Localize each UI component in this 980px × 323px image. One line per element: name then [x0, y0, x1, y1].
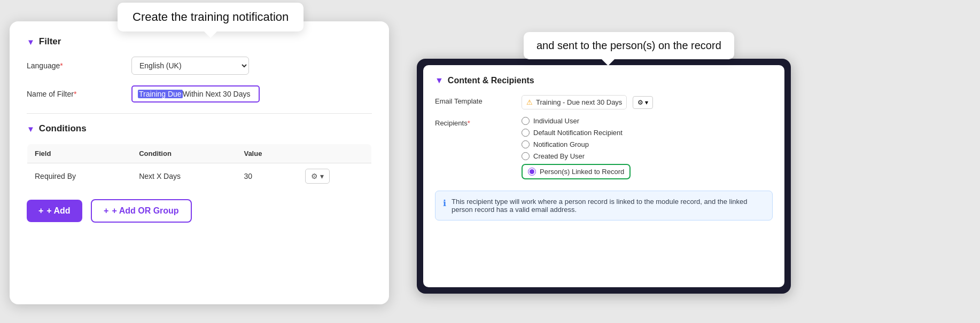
recipient-radio-group[interactable] [522, 140, 530, 148]
col-actions [298, 144, 371, 163]
cell-condition: Next X Days [131, 163, 236, 190]
filter-chevron-icon: ▼ [27, 37, 35, 46]
recipient-radio-created[interactable] [522, 152, 530, 160]
name-of-filter-label: Name of Filter* [27, 90, 123, 98]
gear-icon: ⚙ [311, 172, 318, 180]
email-template-label: Email Template [435, 95, 515, 105]
recipient-person-linked[interactable]: Person(s) Linked to Record [522, 164, 631, 179]
name-of-filter-row: Name of Filter* Training Due Within Next… [27, 85, 372, 103]
conditions-section-label: Conditions [39, 123, 87, 134]
info-icon: ℹ [443, 198, 446, 208]
recipient-created-by-user[interactable]: Created By User [522, 152, 631, 160]
recipient-default-notification[interactable]: Default Notification Recipient [522, 129, 631, 137]
divider [27, 113, 372, 114]
recipient-notification-group[interactable]: Notification Group [522, 140, 631, 148]
info-box-text: This recipient type will work where a pe… [452, 198, 765, 214]
tooltip-top-text: Create the training notification [133, 10, 289, 23]
right-card: ▼ Content & Recipients Email Template ⚠ … [417, 59, 791, 294]
action-buttons: + + Add + + Add OR Group [27, 199, 372, 223]
recipients-options: Individual User Default Notification Rec… [522, 117, 631, 183]
left-card: ▼ Filter Language* English (UK) Name of … [10, 21, 389, 304]
recipient-individual-user[interactable]: Individual User [522, 117, 631, 125]
filter-section-label: Filter [39, 36, 61, 47]
add-or-group-button[interactable]: + + Add OR Group [91, 199, 192, 223]
filter-section-header: ▼ Filter [27, 36, 372, 47]
warning-icon: ⚠ [526, 98, 533, 106]
filter-name-highlighted-text: Training Due [138, 90, 183, 98]
template-chevron-icon: ▾ [645, 99, 648, 106]
content-section-label: Content & Recipients [448, 76, 534, 85]
right-card-inner: ▼ Content & Recipients Email Template ⚠ … [423, 65, 784, 287]
col-condition: Condition [131, 144, 236, 163]
add-or-group-label: + Add OR Group [112, 206, 178, 216]
language-row: Language* English (UK) [27, 57, 372, 75]
recipients-label: Recipients* [435, 117, 515, 127]
language-label: Language* [27, 61, 123, 70]
conditions-table: Field Condition Value Required By Next X… [27, 144, 372, 190]
email-template-controls: ⚠ Training - Due next 30 Days ⚙ ▾ [522, 95, 653, 109]
info-box: ℹ This recipient type will work where a … [435, 191, 773, 220]
email-template-value-text: Training - Due next 30 Days [536, 98, 622, 106]
add-button[interactable]: + + Add [27, 200, 82, 222]
cell-field: Required By [27, 163, 132, 190]
conditions-chevron-icon: ▼ [27, 124, 35, 133]
cell-value: 30 [236, 163, 298, 190]
template-gear-icon: ⚙ [637, 99, 643, 106]
tooltip-create-notification: Create the training notification [118, 3, 304, 31]
content-recipients-header: ▼ Content & Recipients [435, 76, 773, 85]
recipient-radio-person-linked[interactable] [528, 168, 536, 176]
recipient-radio-default[interactable] [522, 129, 530, 137]
table-row: Required By Next X Days 30 ⚙ ▾ [27, 163, 372, 190]
add-icon: + [38, 206, 43, 216]
language-select[interactable]: English (UK) [131, 57, 249, 75]
col-field: Field [27, 144, 132, 163]
content-chevron-icon: ▼ [435, 76, 444, 85]
row-settings-button[interactable]: ⚙ ▾ [305, 169, 330, 184]
col-value: Value [236, 144, 298, 163]
recipient-person-linked-label: Person(s) Linked to Record [540, 168, 624, 176]
template-settings-button[interactable]: ⚙ ▾ [633, 96, 653, 109]
add-or-group-icon: + [104, 206, 108, 216]
recipient-group-label: Notification Group [533, 140, 589, 148]
recipient-default-label: Default Notification Recipient [533, 129, 623, 137]
chevron-down-icon: ▾ [320, 172, 324, 180]
filter-name-rest-text: Within Next 30 Days [183, 90, 251, 98]
conditions-section-header: ▼ Conditions [27, 123, 372, 134]
filter-name-input[interactable]: Training Due Within Next 30 Days [131, 85, 260, 103]
cell-actions: ⚙ ▾ [298, 163, 371, 190]
recipient-created-label: Created By User [533, 152, 585, 160]
add-button-label: + Add [46, 206, 70, 216]
tooltip-sent-to-person: and sent to the person(s) on the record [524, 32, 734, 59]
tooltip-right-text: and sent to the person(s) on the record [536, 40, 721, 51]
email-template-value-box: ⚠ Training - Due next 30 Days [522, 95, 627, 109]
recipient-radio-individual[interactable] [522, 117, 530, 125]
recipients-row: Recipients* Individual User Default Noti… [435, 117, 773, 183]
email-template-row: Email Template ⚠ Training - Due next 30 … [435, 95, 773, 109]
recipient-individual-label: Individual User [533, 117, 579, 125]
